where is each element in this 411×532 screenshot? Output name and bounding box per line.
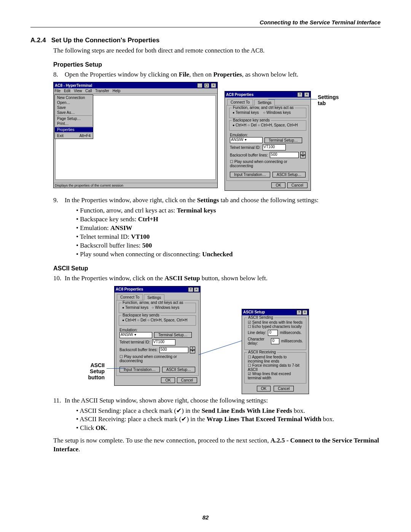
step-number: 9. [53,196,65,205]
ascii-setup-heading: ASCII Setup [53,264,381,273]
menu-item-save[interactable]: Save [55,105,93,110]
ascii-setup-button-2[interactable]: ASCII Setup… [162,367,195,372]
ascii-setup-dialog: ASCII Setup ?× ASCII Sending Send line e… [242,309,309,394]
radio-del[interactable]: Del [247,123,256,127]
help-icon[interactable]: ? [297,92,303,97]
close-icon[interactable]: × [304,92,309,97]
menu-item-pagesetup[interactable]: Page Setup… [55,116,93,121]
section-title: Set Up the Connection's Properties [51,37,160,44]
group-ascii-receiving: ASCII Receiving [247,350,277,354]
settings-bullets: Function, arrow, and ctrl keys act as: T… [65,206,381,259]
check-echo-local[interactable]: Echo typed characters locally [248,324,302,329]
menu-item-properties[interactable]: Properties [55,127,93,132]
group-function-keys: Function, arrow, and ctrl keys act as [232,105,295,110]
menu-help[interactable]: Help [113,89,121,93]
check-append-lf[interactable]: Append line feeds to incoming line ends [248,355,287,363]
closing-text: The setup is now complete. To use the ne… [53,436,381,454]
menu-transfer[interactable]: Transfer [95,89,109,93]
menubar[interactable]: File Edit View Call Transfer Help [54,88,217,94]
hyperterminal-window: AC8 - HyperTerminal _ ▢ × File Edit View… [53,82,218,188]
window-title: AC8 - HyperTerminal [55,83,92,88]
check-force-7bit[interactable]: Force incoming data to 7-bit ASCII [248,363,299,372]
telnet-label: Telnet terminal ID: [230,145,261,150]
dialog-title: AC8 Properties [116,287,143,291]
step10-text: In the Properties window, click on the A… [65,274,268,283]
menu-file[interactable]: File [54,89,61,93]
menu-item-open[interactable]: Open… [55,100,93,105]
telnet-id-input[interactable]: VT100 [263,144,286,150]
check-wrap-lines[interactable]: Wrap lines that exceed terminal width [248,372,291,380]
menu-call[interactable]: Call [85,89,92,93]
group-ascii-sending: ASCII Sending [247,315,274,320]
terminal-setup-button[interactable]: Terminal Setup… [264,137,302,143]
leader-line [107,368,126,369]
page-number: 82 [0,514,411,521]
tab-connect-to[interactable]: Connect To [227,99,253,105]
menu-item-exit[interactable]: ExitAlt+F4 [55,133,93,138]
step-number: 11. [53,396,65,405]
running-head: Connecting to the Service Terminal Inter… [30,19,381,27]
menu-view[interactable]: View [74,89,82,93]
radio-ctrlh[interactable]: Ctrl+H [233,123,247,127]
tab-connect-to[interactable]: Connect To [117,294,143,300]
menu-item-saveas[interactable]: Save As… [55,110,93,115]
window-controls[interactable]: _ ▢ × [197,83,216,88]
check-send-line-ends[interactable]: Send line ends with line feeds [248,320,303,324]
step-number: 10. [53,274,65,283]
ascii-bullets: ASCII Sending: place a check mark (✔) in… [65,407,381,433]
ascii-setup-button[interactable]: ASCII Setup… [272,172,306,177]
step-number: 8. [53,70,65,79]
callout-settings-tab: Settings tab [318,94,348,106]
char-delay-input[interactable]: 0 [271,338,279,344]
callout-ascii-button: ASCII Setup button [82,362,105,380]
leader-line [268,99,317,99]
cancel-button[interactable]: Cancel [287,182,307,188]
emulation-select[interactable]: ANSIW ▾ [230,137,263,143]
intro-text: The following steps are needed for both … [53,46,381,55]
menu-item-new[interactable]: New Connection [55,95,93,100]
cancel-button[interactable]: Cancel [274,386,294,391]
close-icon[interactable]: × [194,287,199,292]
maximize-icon[interactable]: ▢ [204,83,209,88]
tab-settings[interactable]: Settings [144,294,164,300]
radio-ctrlhspace[interactable]: Ctrl+H, Space, Ctrl+H [258,123,298,127]
emulation-label: Emulation: [230,133,248,137]
menu-edit[interactable]: Edit [64,89,70,93]
leader-line [199,340,242,355]
backscroll-input[interactable]: 500 [270,152,299,158]
input-translation-button[interactable]: Input Translation… [230,172,270,177]
tab-settings[interactable]: Settings [254,99,275,105]
menu-item-print[interactable]: Print… [55,121,93,126]
dialog-title: AC8 Properties [226,93,253,97]
radio-terminal-keys[interactable]: Terminal keys [233,110,259,115]
radio-windows-keys[interactable]: Windows keys [263,110,291,115]
close-icon[interactable]: × [211,83,216,88]
file-menu-open[interactable]: New Connection Open… Save Save As… Page … [54,94,93,139]
help-icon[interactable]: ? [296,310,302,315]
minimize-icon[interactable]: _ [197,83,202,88]
backscroll-label: Backscroll buffer lines: [230,153,268,157]
statusbar: Displays the properties of the current s… [54,183,217,188]
step11-text: In the ASCII Setup window, shown above r… [65,396,268,405]
spinner[interactable]: ▲▼ [300,152,306,158]
close-icon[interactable]: × [302,310,307,315]
properties-setup-heading: Properties Setup [53,61,381,69]
help-icon[interactable]: ? [188,287,193,292]
dialog-title: ASCII Setup [243,310,265,314]
ok-button[interactable]: OK [271,182,285,188]
group-backspace: Backspace key sends [232,118,271,122]
line-delay-input[interactable]: 0 [268,330,278,336]
step9-text: In the Properties window, above right, c… [65,196,319,205]
section-number: A.2.4 [30,37,46,44]
properties-dialog: AC8 Properties ? × Connect To Settings F… [225,91,311,191]
properties-dialog-2: AC8 Properties ?× Connect To Settings Fu… [114,286,201,386]
play-sound-checkbox[interactable]: Play sound when connecting or disconnect… [230,160,306,168]
ok-button[interactable]: OK [257,386,271,391]
step8-text: Open the Properties window by clicking o… [65,70,298,79]
